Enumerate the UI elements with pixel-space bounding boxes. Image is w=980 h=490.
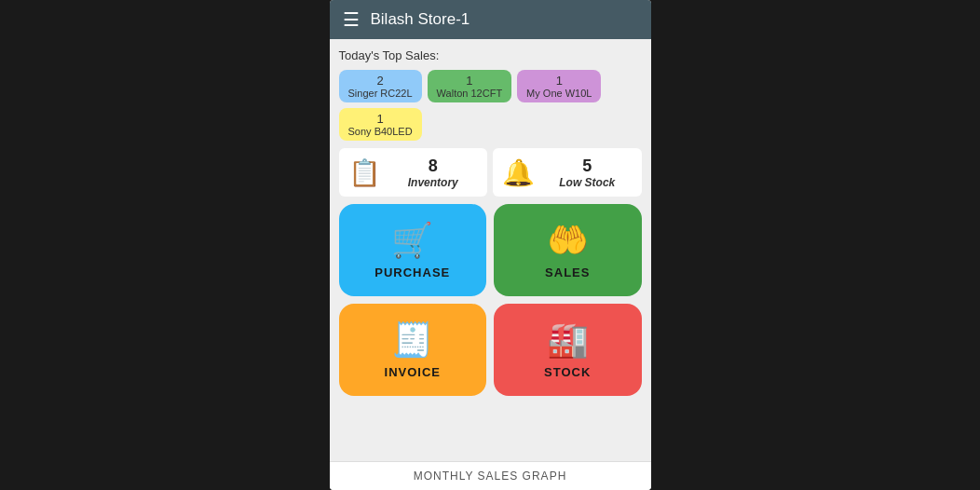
- chip-name-3: Sony B40LED: [348, 126, 413, 137]
- purchase-button[interactable]: 🛒 PURCHASE: [339, 204, 487, 296]
- stock-label: STOCK: [544, 365, 591, 379]
- content-area: Today's Top Sales: 2 Singer RC22L 1 Walt…: [330, 39, 651, 461]
- sales-icon: 🤲: [547, 221, 589, 260]
- stock-button[interactable]: 🏭 STOCK: [494, 304, 642, 396]
- lowstock-count: 5: [582, 157, 592, 176]
- invoice-icon: 🧾: [391, 320, 433, 360]
- monthly-sales-graph-button[interactable]: MONTHLY SALES GRAPH: [330, 461, 651, 490]
- chip-name-2: My One W10L: [526, 88, 592, 99]
- actions-grid: 🛒 PURCHASE 🤲 SALES 🧾 INVOICE 🏭 STOCK: [339, 204, 642, 396]
- today-sales-label: Today's Top Sales:: [339, 48, 642, 62]
- invoice-button[interactable]: 🧾 INVOICE: [339, 304, 487, 396]
- lowstock-icon: 🔔: [502, 157, 535, 188]
- stat-lowstock-info: 5 Low Stock: [542, 157, 633, 189]
- sales-chip-1[interactable]: 1 Walton 12CFT: [428, 70, 512, 102]
- chip-count-2: 1: [526, 74, 592, 88]
- menu-icon[interactable]: ☰: [343, 10, 360, 29]
- chip-name-1: Walton 12CFT: [437, 88, 503, 99]
- chip-name-0: Singer RC22L: [348, 88, 413, 99]
- inventory-label: Inventory: [408, 176, 458, 189]
- chip-count-3: 1: [348, 112, 413, 126]
- chip-count-1: 1: [437, 74, 503, 88]
- sales-label: SALES: [545, 265, 590, 279]
- app-title: Bilash Store-1: [371, 10, 470, 29]
- sales-chip-0[interactable]: 2 Singer RC22L: [339, 70, 422, 102]
- purchase-label: PURCHASE: [374, 265, 450, 279]
- stat-inventory[interactable]: 📋 8 Inventory: [339, 148, 488, 197]
- chip-count-0: 2: [348, 74, 413, 88]
- sales-chips-row-1: 2 Singer RC22L 1 Walton 12CFT 1 My One W…: [339, 70, 642, 102]
- stat-lowstock[interactable]: 🔔 5 Low Stock: [493, 148, 642, 197]
- top-bar: ☰ Bilash Store-1: [330, 0, 651, 39]
- purchase-icon: 🛒: [391, 221, 433, 260]
- sales-chip-3[interactable]: 1 Sony B40LED: [339, 108, 422, 141]
- sales-button[interactable]: 🤲 SALES: [494, 204, 642, 296]
- stat-inventory-info: 8 Inventory: [388, 157, 479, 189]
- stock-icon: 🏭: [547, 320, 589, 360]
- sales-chips-row-2: 1 Sony B40LED: [339, 108, 642, 141]
- inventory-icon: 📋: [348, 157, 381, 188]
- stats-row: 📋 8 Inventory 🔔 5 Low Stock: [339, 148, 642, 197]
- invoice-label: INVOICE: [385, 365, 441, 379]
- inventory-count: 8: [429, 157, 438, 176]
- sales-chip-2[interactable]: 1 My One W10L: [517, 70, 601, 102]
- lowstock-label: Low Stock: [559, 176, 615, 189]
- phone-container: ☰ Bilash Store-1 Today's Top Sales: 2 Si…: [330, 0, 651, 490]
